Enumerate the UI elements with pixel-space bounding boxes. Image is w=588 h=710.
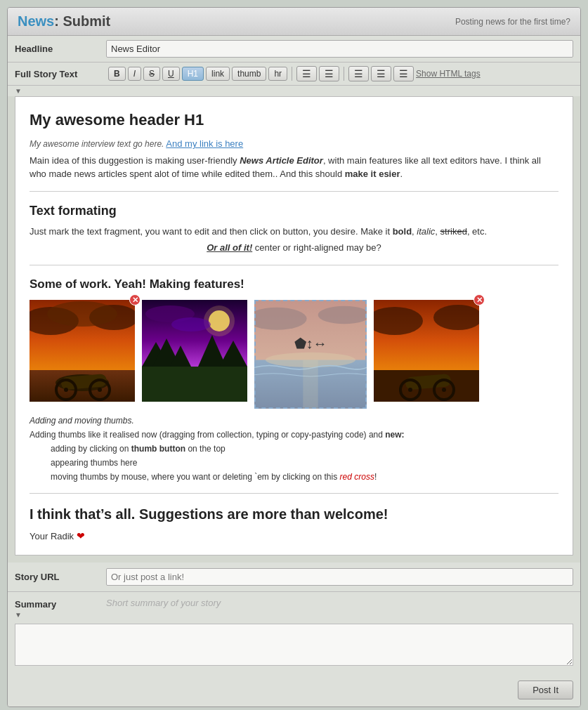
- svg-point-5: [64, 388, 68, 392]
- summary-textarea[interactable]: [15, 624, 573, 666]
- title-submit: : Submit: [54, 13, 110, 29]
- main-text-bold2: make it esier: [345, 169, 400, 179]
- post-it-button[interactable]: Post It: [518, 681, 573, 699]
- headline-label: Headline: [15, 44, 106, 54]
- adding-thumbs-caption: Adding and moving thumbs.: [30, 414, 558, 427]
- heart-icon: ❤: [77, 530, 85, 541]
- thumb-4-close[interactable]: ✕: [473, 294, 485, 305]
- ul-button[interactable]: ☰: [296, 66, 317, 81]
- hr-divider1: [30, 191, 558, 192]
- format-bold: bold: [393, 226, 412, 237]
- summary-textarea-row: [8, 620, 580, 675]
- story-url-input[interactable]: [106, 568, 573, 586]
- format-rest: , etc.: [467, 226, 487, 237]
- summary-placeholder: Short summary of your story: [106, 598, 221, 608]
- caption-li1: adding by clicking on thumb button on th…: [51, 442, 558, 455]
- svg-point-32: [408, 388, 412, 392]
- editor-area: My awesome header H1 My awesome intervie…: [15, 96, 573, 555]
- thumb-2-wrapper: [142, 300, 247, 402]
- summary-row: Summary Short summary of your story: [8, 592, 580, 610]
- align-right-button[interactable]: ☰: [393, 66, 414, 81]
- closing-sign: Your Radik ❤: [30, 529, 558, 544]
- svg-rect-25: [303, 360, 318, 409]
- svg-point-34: [442, 388, 446, 392]
- format-underline-link: Or all of it!: [207, 242, 252, 253]
- thumb-4-wrapper: ✕: [374, 300, 479, 402]
- format-comma2: ,: [435, 226, 440, 237]
- thumb-1-wrapper: ✕: [30, 300, 135, 402]
- editor-italic-intro: My awesome interview text go here.: [30, 139, 164, 149]
- main-text-3: .: [400, 169, 403, 179]
- underline-button[interactable]: U: [162, 67, 180, 81]
- page-container: News: Submit Posting news for the first …: [0, 0, 588, 710]
- thumb-1-image: [30, 300, 135, 402]
- thumb-3-image: [254, 300, 367, 409]
- editor-link[interactable]: And my link is here: [166, 138, 243, 149]
- editor-main-text: Main idea of this duggestion is making u…: [30, 154, 558, 181]
- story-url-row: Story URL: [8, 563, 580, 592]
- strike-button[interactable]: S: [143, 67, 160, 81]
- h1-button[interactable]: H1: [182, 67, 204, 81]
- main-text-1: Main idea of this duggestion is making u…: [30, 155, 240, 166]
- align-left-button[interactable]: ☰: [348, 66, 369, 81]
- hr-divider2: [30, 265, 558, 265]
- format-desc: Just mark the text fragment, you want to…: [30, 225, 558, 239]
- align-center-button[interactable]: ☰: [371, 66, 391, 81]
- ol-button[interactable]: ☰: [319, 66, 339, 81]
- caption-desc-text: Adding thumbs like it realised now (drag…: [30, 430, 385, 440]
- format-desc-1: Just mark the text fragment, you want to…: [30, 226, 393, 237]
- thumbnails-row: ✕: [30, 300, 558, 409]
- svg-rect-12: [142, 367, 247, 402]
- thumb-2-image: [142, 300, 247, 402]
- editor-h1: My awesome header H1: [30, 108, 558, 131]
- headline-row: Headline: [8, 36, 580, 63]
- svg-point-19: [204, 305, 235, 336]
- italic-button[interactable]: I: [128, 67, 141, 81]
- main-text-bold: News Article Editor: [240, 155, 323, 166]
- link-button[interactable]: link: [206, 67, 230, 81]
- caption-new-bold: new:: [385, 430, 404, 440]
- caption-li2: appearing thumbs here: [51, 456, 558, 469]
- post-row: Post It: [8, 675, 580, 706]
- thumb-3-wrapper: ⬟↕↔: [254, 300, 367, 409]
- editor-intro: My awesome interview text go here. And m…: [30, 137, 558, 151]
- collapse-arrow[interactable]: ▼: [8, 86, 580, 96]
- format-strike: striked: [440, 226, 467, 237]
- summary-label: Summary: [15, 598, 106, 610]
- story-url-label: Story URL: [15, 572, 106, 582]
- hr-divider3: [30, 493, 558, 494]
- full-story-label: Full Story Text: [15, 69, 106, 79]
- toolbar-buttons: B I S U H1 link thumb hr ☰ ☰ ☰ ☰ ☰ Show …: [108, 66, 481, 81]
- toolbar-row: Full Story Text B I S U H1 link thumb hr…: [8, 63, 580, 86]
- window: News: Submit Posting news for the first …: [7, 7, 581, 707]
- posting-hint: Posting news for the first time?: [455, 17, 570, 27]
- title-bar: News: Submit Posting news for the first …: [8, 8, 580, 36]
- toolbar-separator: [292, 67, 292, 81]
- centered-line: Or all of it! center or right-aligned ma…: [30, 241, 558, 255]
- svg-point-21: [171, 317, 211, 331]
- hr-button[interactable]: hr: [268, 67, 287, 81]
- adding-thumbs-desc: Adding thumbs like it realised now (drag…: [30, 428, 558, 441]
- caption-li3: moving thumbs by mouse, where you want o…: [51, 471, 558, 483]
- editor-h2-formatting: Text formating: [30, 202, 558, 221]
- svg-point-7: [98, 388, 102, 392]
- thumb-1-close[interactable]: ✕: [129, 294, 141, 305]
- headline-input[interactable]: [106, 40, 573, 58]
- svg-point-10: [47, 301, 117, 327]
- collapse-arrow-summary[interactable]: ▼: [8, 610, 580, 620]
- window-title: News: Submit: [18, 13, 110, 29]
- title-news: News: [18, 13, 54, 29]
- closing-h1: I think that’s all. Suggestions are more…: [30, 504, 558, 525]
- show-html-link[interactable]: Show HTML tags: [416, 69, 481, 79]
- format-italic: italic: [417, 226, 435, 237]
- format-center-text: center or right-aligned may be?: [252, 242, 381, 253]
- thumb-button[interactable]: thumb: [232, 67, 266, 81]
- thumb-4-image: [374, 300, 479, 402]
- toolbar-separator2: [344, 67, 344, 81]
- editor-h3-features: Some of work. Yeah! Making features!: [30, 275, 558, 294]
- adding-thumbs-list: adding by clicking on thumb button on th…: [30, 442, 558, 483]
- bold-button[interactable]: B: [108, 67, 126, 81]
